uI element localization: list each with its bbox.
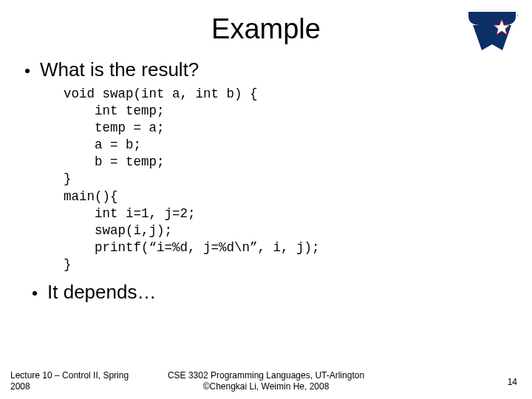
bullet-text: What is the result?	[40, 58, 199, 81]
footer-center-line2: ©Chengkai Li, Weimin He, 2008	[0, 381, 532, 392]
svg-text:™: ™	[516, 14, 519, 18]
bullet-dot-icon	[33, 291, 37, 296]
bullet-what-is-result: What is the result?	[22, 58, 510, 81]
footer-center: CSE 3302 Programming Languages, UT-Arlin…	[0, 370, 532, 392]
slide-content: What is the result? void swap(int a, int…	[0, 58, 532, 304]
bullet-text: It depends…	[47, 281, 156, 304]
uta-logo: ™	[466, 9, 519, 55]
footer-center-line1: CSE 3302 Programming Languages, UT-Arlin…	[0, 370, 532, 381]
bullet-it-depends: It depends…	[30, 281, 510, 304]
slide-title: Example	[0, 13, 532, 45]
code-block: void swap(int a, int b) { int temp; temp…	[64, 86, 510, 273]
slide-number: 14	[508, 377, 517, 387]
bullet-dot-icon	[25, 69, 30, 73]
